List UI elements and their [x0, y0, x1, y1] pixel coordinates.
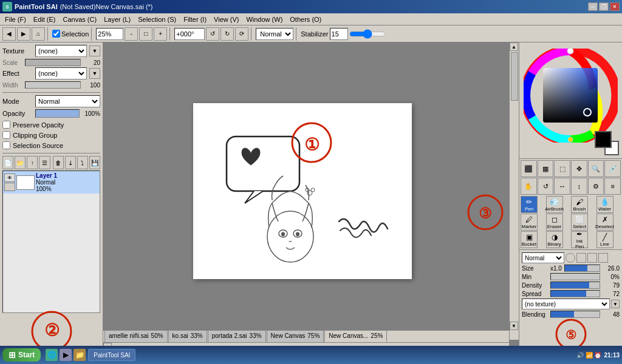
effect-select[interactable]: (none): [35, 67, 87, 79]
shape-square-btn[interactable]: [598, 253, 608, 263]
texture-menu-btn[interactable]: ▼: [89, 46, 100, 56]
brush-tool-btn[interactable]: 🖌 Brush: [571, 196, 588, 213]
layer-merge-button[interactable]: ⤓: [65, 156, 76, 169]
spread-slider[interactable]: [550, 290, 600, 297]
airbrush-tool-btn[interactable]: 💨 AirBrush: [546, 196, 563, 213]
tab-amellie[interactable]: amellie niñi.sai 50%: [104, 330, 168, 342]
layer-new-folder-button[interactable]: 📁: [15, 156, 26, 169]
zoom-out-button[interactable]: -: [125, 27, 138, 41]
start-button[interactable]: ⊞ Start: [2, 348, 41, 362]
layer-item[interactable]: 👁 Layer 1 Normal 100%: [3, 171, 100, 194]
drawing-canvas[interactable]: ①: [193, 103, 412, 279]
select-tool-btn[interactable]: ⬜ Select: [571, 214, 588, 231]
menu-others[interactable]: Others (O): [286, 15, 325, 24]
brush-mode-select[interactable]: Normal: [522, 252, 564, 263]
minimize-button[interactable]: ─: [588, 2, 598, 11]
taskbar-sai-btn[interactable]: PaintTool SAI: [88, 349, 135, 361]
scroll-up-arrow[interactable]: ▲: [510, 42, 518, 51]
quicklaunch-folder[interactable]: 📁: [73, 349, 86, 361]
tool-prev-button[interactable]: ◀: [2, 27, 16, 41]
restore-button[interactable]: ❐: [599, 2, 609, 11]
bucket-tool-btn[interactable]: ▣ Bucket: [521, 231, 538, 248]
texture-options-btn[interactable]: ▼: [611, 300, 620, 308]
scale-slider[interactable]: [25, 59, 81, 66]
shape-circle-btn[interactable]: [566, 253, 575, 263]
layer-import-button[interactable]: ↑: [27, 156, 38, 169]
rotate-ccw-button[interactable]: ↺: [206, 27, 219, 41]
menu-layer[interactable]: Layer (L): [100, 15, 134, 24]
layer-new-button[interactable]: 📄: [2, 156, 13, 169]
rotate-cw-button[interactable]: ↻: [220, 27, 234, 41]
stabilizer-input[interactable]: [330, 28, 348, 40]
scroll-down-arrow[interactable]: ▼: [510, 322, 518, 330]
clipping-group-checkbox[interactable]: [2, 131, 10, 139]
menu-edit[interactable]: Edit (E): [30, 15, 60, 24]
selection-source-checkbox[interactable]: [2, 141, 10, 149]
texture-select[interactable]: (none): [35, 45, 87, 57]
tab-new-canvas-2[interactable]: New Canvas... 25%: [324, 330, 387, 342]
scroll-v-thumb[interactable]: [511, 52, 518, 101]
mode-select[interactable]: Normal: [35, 95, 100, 107]
vertical-scrollbar[interactable]: ▲ ▼: [509, 42, 519, 340]
quicklaunch-media[interactable]: ▶: [60, 349, 72, 361]
flip-h-btn[interactable]: ↔: [554, 178, 570, 195]
layer-merge-all-button[interactable]: ⤵: [77, 156, 88, 169]
rotate-btn[interactable]: ↺: [538, 178, 554, 195]
selection-tool-btn[interactable]: ⬚: [554, 160, 570, 177]
preserve-opacity-checkbox[interactable]: [2, 121, 10, 129]
deselect-tool-btn[interactable]: ✗ Deselect: [596, 214, 613, 231]
ink-pen-tool-btn[interactable]: ✒ Ink Pen: [571, 231, 588, 248]
opacity-slider[interactable]: [35, 109, 80, 118]
pen-tool-btn[interactable]: ✏ Pen: [521, 196, 538, 213]
eyedrop-btn[interactable]: 💉: [604, 160, 621, 177]
stabilizer-slider[interactable]: [349, 29, 386, 39]
menu-canvas[interactable]: Canvas (C): [60, 15, 101, 24]
tab-ko[interactable]: ko.sai 33%: [168, 330, 207, 342]
menu-view[interactable]: View (V): [210, 15, 242, 24]
texture-select-brush[interactable]: (no texture): [522, 298, 610, 309]
hand-btn[interactable]: ✋: [521, 178, 537, 195]
zoom-in-button[interactable]: +: [154, 27, 167, 41]
menu-selection[interactable]: Selection (S): [134, 15, 180, 24]
blend-mode-select[interactable]: Normal: [256, 28, 293, 40]
size-slider[interactable]: [564, 265, 600, 272]
menu-window[interactable]: Window (W): [242, 15, 286, 24]
flip-v-btn[interactable]: ↕: [571, 178, 587, 195]
line-tool-btn[interactable]: ╱ Line: [596, 231, 613, 248]
layer-save-button[interactable]: 💾: [89, 156, 100, 169]
color-wheel[interactable]: [524, 49, 618, 143]
close-button[interactable]: ✕: [610, 2, 620, 11]
options-btn[interactable]: ⚙: [588, 178, 604, 195]
menu-filter[interactable]: Filter (I): [180, 15, 210, 24]
color-picker-btn[interactable]: ⬛: [521, 160, 537, 177]
tab-new-canvas-1[interactable]: New Canvas 75%: [267, 330, 324, 342]
selection-checkbox[interactable]: [52, 30, 60, 38]
shape-diamond-btn[interactable]: [587, 253, 597, 263]
width-slider[interactable]: [25, 81, 81, 89]
effect-menu-btn[interactable]: ▼: [89, 68, 100, 79]
move-btn[interactable]: ✥: [571, 160, 587, 177]
gradient-btn[interactable]: ▦: [538, 160, 554, 177]
water-tool-btn[interactable]: 💧 Water: [596, 196, 613, 213]
tool-next-button[interactable]: ▶: [17, 27, 30, 41]
quicklaunch-ie[interactable]: 🌐: [46, 349, 58, 361]
tool-home-button[interactable]: ⌂: [32, 27, 45, 41]
shape-triangle-btn[interactable]: [576, 253, 586, 263]
min-slider[interactable]: [550, 273, 600, 280]
binary-tool-btn[interactable]: ◑ Binary: [546, 231, 563, 248]
zoom-input[interactable]: [96, 28, 123, 40]
tab-portada[interactable]: portada 2.sai 33%: [208, 330, 266, 342]
layer-delete-button[interactable]: 🗑: [53, 156, 64, 169]
density-slider[interactable]: [550, 281, 600, 289]
settings-btn[interactable]: ≡: [604, 178, 621, 195]
scroll-v-track[interactable]: [510, 52, 519, 101]
rotate-reset-button[interactable]: ⟳: [235, 27, 248, 41]
eraser-tool-btn[interactable]: ◻ Eraser: [546, 214, 563, 231]
canvas-area[interactable]: ①: [103, 42, 519, 352]
rotation-input[interactable]: [174, 28, 205, 40]
layer-options-button[interactable]: ☰: [39, 156, 50, 169]
menu-file[interactable]: File (F): [1, 15, 30, 24]
marker-tool-btn[interactable]: 🖊 Marker: [521, 214, 538, 231]
primary-color-swatch[interactable]: [595, 131, 612, 148]
zoom-fit-button[interactable]: □: [139, 27, 152, 41]
